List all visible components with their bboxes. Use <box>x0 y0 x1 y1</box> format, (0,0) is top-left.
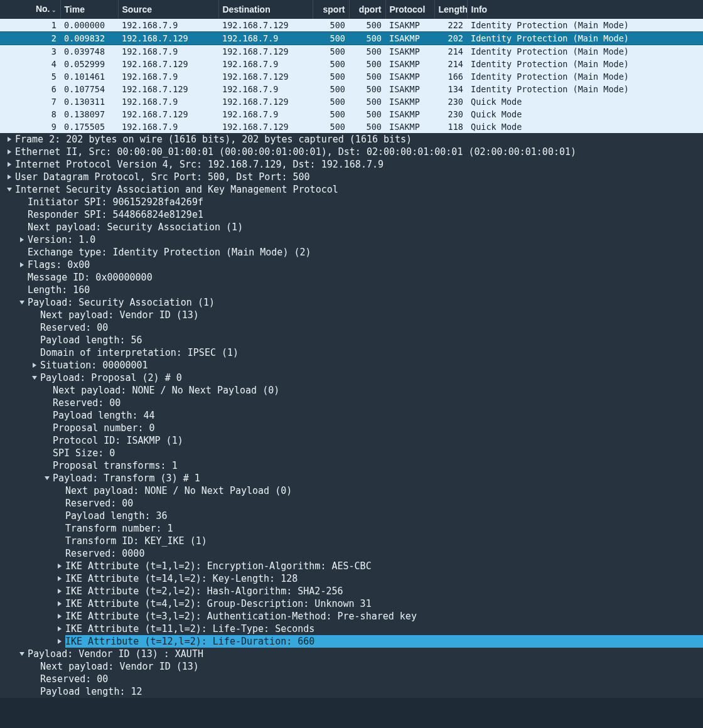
tree-node[interactable]: Payload length: 12 <box>0 685 703 698</box>
packet-row[interactable]: 30.039748192.168.7.9192.168.7.129500500I… <box>0 45 703 58</box>
tree-node[interactable]: IKE Attribute (t=11,l=2): Life-Type: Sec… <box>0 623 703 635</box>
packet-row[interactable]: 90.175505192.168.7.9192.168.7.129500500I… <box>0 120 703 133</box>
tree-node[interactable]: Domain of interpretation: IPSEC (1) <box>0 346 703 359</box>
tree-node[interactable]: Next payload: NONE / No Next Payload (0) <box>0 484 703 497</box>
chevron-down-icon[interactable] <box>18 296 26 309</box>
packet-list-header-row[interactable]: No.⌄TimeSourceDestinationsportdportProto… <box>0 0 703 19</box>
chevron-right-icon[interactable] <box>18 259 26 271</box>
tree-node[interactable]: Payload: Security Association (1) <box>0 296 703 309</box>
cell-src: 192.168.7.129 <box>118 32 218 45</box>
col-header-length[interactable]: Length <box>434 0 467 19</box>
cell-proto: ISAKMP <box>385 95 434 108</box>
tree-node[interactable]: Reserved: 00 <box>0 673 703 685</box>
cell-proto: ISAKMP <box>385 32 434 45</box>
tree-node[interactable]: Payload length: 36 <box>0 510 703 522</box>
chevron-right-icon[interactable] <box>55 560 64 572</box>
tree-node[interactable]: Protocol ID: ISAKMP (1) <box>0 434 703 447</box>
cell-time: 0.009832 <box>60 32 118 45</box>
tree-node[interactable]: Payload length: 56 <box>0 334 703 346</box>
tree-node[interactable]: IKE Attribute (t=2,l=2): Hash-Algorithm:… <box>0 585 703 597</box>
tree-node[interactable]: Reserved: 0000 <box>0 547 703 560</box>
tree-node-label: Transform ID: KEY_IKE (1) <box>65 535 207 547</box>
tree-node[interactable]: Frame 2: 202 bytes on wire (1616 bits), … <box>0 133 703 146</box>
tree-node-label: IKE Attribute (t=11,l=2): Life-Type: Sec… <box>65 623 314 635</box>
packet-row[interactable]: 60.107754192.168.7.129192.168.7.9500500I… <box>0 83 703 95</box>
tree-node[interactable]: Reserved: 00 <box>0 497 703 510</box>
tree-node[interactable]: Internet Security Association and Key Ma… <box>0 183 703 196</box>
tree-node[interactable]: Reserved: 00 <box>0 321 703 334</box>
packet-row[interactable]: 10.000000192.168.7.9192.168.7.129500500I… <box>0 19 703 32</box>
chevron-right-icon[interactable] <box>5 158 14 171</box>
tree-node[interactable]: Length: 160 <box>0 284 703 296</box>
tree-node[interactable]: User Datagram Protocol, Src Port: 500, D… <box>0 171 703 183</box>
tree-node[interactable]: Proposal transforms: 1 <box>0 459 703 472</box>
chevron-right-icon[interactable] <box>55 585 64 597</box>
chevron-right-icon[interactable] <box>55 623 64 635</box>
cell-time: 0.039748 <box>60 45 118 58</box>
chevron-down-icon[interactable] <box>18 648 26 660</box>
col-header-info[interactable]: Info <box>467 0 703 19</box>
packet-row[interactable]: 40.052999192.168.7.129192.168.7.9500500I… <box>0 58 703 70</box>
tree-node[interactable]: IKE Attribute (t=14,l=2): Key-Length: 12… <box>0 572 703 585</box>
packet-row[interactable]: 80.138097192.168.7.129192.168.7.9500500I… <box>0 108 703 120</box>
packet-row[interactable]: 20.009832192.168.7.129192.168.7.9500500I… <box>0 32 703 45</box>
tree-node[interactable]: Responder SPI: 544866824e8129e1 <box>0 208 703 221</box>
tree-node[interactable]: Transform ID: KEY_IKE (1) <box>0 535 703 547</box>
tree-node[interactable]: Flags: 0x00 <box>0 259 703 271</box>
cell-time: 0.138097 <box>60 108 118 120</box>
tree-node[interactable]: Version: 1.0 <box>0 233 703 246</box>
chevron-down-icon[interactable] <box>30 372 39 384</box>
chevron-right-icon[interactable] <box>55 610 64 623</box>
col-header-source[interactable]: Source <box>118 0 218 19</box>
packet-details-tree[interactable]: Frame 2: 202 bytes on wire (1616 bits), … <box>0 133 703 698</box>
tree-node-label: Reserved: 00 <box>65 497 133 510</box>
packet-row[interactable]: 50.101461192.168.7.9192.168.7.129500500I… <box>0 70 703 83</box>
chevron-down-icon[interactable] <box>5 183 14 196</box>
col-header-time[interactable]: Time <box>60 0 118 19</box>
chevron-down-icon[interactable] <box>43 472 51 484</box>
col-header-dport[interactable]: dport <box>349 0 385 19</box>
chevron-right-icon[interactable] <box>5 133 14 146</box>
tree-node[interactable]: Transform number: 1 <box>0 522 703 535</box>
tree-node[interactable]: Next payload: Vendor ID (13) <box>0 309 703 321</box>
col-header-destination[interactable]: Destination <box>218 0 313 19</box>
col-header-sport[interactable]: sport <box>313 0 349 19</box>
chevron-right-icon[interactable] <box>55 635 64 648</box>
col-header-protocol[interactable]: Protocol <box>385 0 434 19</box>
packet-list-table[interactable]: No.⌄TimeSourceDestinationsportdportProto… <box>0 0 703 133</box>
tree-node[interactable]: Exchange type: Identity Protection (Main… <box>0 246 703 259</box>
tree-node[interactable]: Situation: 00000001 <box>0 359 703 372</box>
tree-node[interactable]: Internet Protocol Version 4, Src: 192.16… <box>0 158 703 171</box>
tree-node[interactable]: Payload: Vendor ID (13) : XAUTH <box>0 648 703 660</box>
cell-dport: 500 <box>349 58 385 70</box>
packet-row[interactable]: 70.130311192.168.7.9192.168.7.129500500I… <box>0 95 703 108</box>
tree-node[interactable]: Initiator SPI: 906152928fa4269f <box>0 196 703 208</box>
chevron-right-icon[interactable] <box>30 359 39 372</box>
chevron-right-icon[interactable] <box>5 171 14 183</box>
chevron-right-icon[interactable] <box>55 572 64 585</box>
tree-node[interactable]: Reserved: 00 <box>0 397 703 409</box>
col-header-no[interactable]: No.⌄ <box>0 0 60 19</box>
tree-node[interactable]: Payload length: 44 <box>0 409 703 422</box>
tree-node[interactable]: IKE Attribute (t=4,l=2): Group-Descripti… <box>0 597 703 610</box>
tree-node[interactable]: Ethernet II, Src: 00:00:00_01:00:01 (00:… <box>0 146 703 158</box>
tree-node[interactable]: Next payload: Security Association (1) <box>0 221 703 233</box>
tree-node[interactable]: Payload: Transform (3) # 1 <box>0 472 703 484</box>
tree-node-label: Ethernet II, Src: 00:00:00_01:00:01 (00:… <box>15 146 576 158</box>
cell-time: 0.101461 <box>60 70 118 83</box>
cell-dport: 500 <box>349 19 385 32</box>
chevron-right-icon[interactable] <box>5 146 14 158</box>
tree-node[interactable]: Next payload: Vendor ID (13) <box>0 660 703 673</box>
tree-node[interactable]: Payload: Proposal (2) # 0 <box>0 372 703 384</box>
tree-node-label: Payload length: 56 <box>40 334 142 346</box>
tree-node[interactable]: IKE Attribute (t=3,l=2): Authentication-… <box>0 610 703 623</box>
tree-node[interactable]: Message ID: 0x00000000 <box>0 271 703 284</box>
tree-node[interactable]: Next payload: NONE / No Next Payload (0) <box>0 384 703 397</box>
tree-node[interactable]: Proposal number: 0 <box>0 422 703 434</box>
chevron-right-icon[interactable] <box>18 233 26 246</box>
tree-node[interactable]: SPI Size: 0 <box>0 447 703 459</box>
chevron-right-icon[interactable] <box>55 597 64 610</box>
tree-node[interactable]: IKE Attribute (t=12,l=2): Life-Duration:… <box>0 635 703 648</box>
tree-node-label: Exchange type: Identity Protection (Main… <box>28 246 311 259</box>
tree-node[interactable]: IKE Attribute (t=1,l=2): Encryption-Algo… <box>0 560 703 572</box>
